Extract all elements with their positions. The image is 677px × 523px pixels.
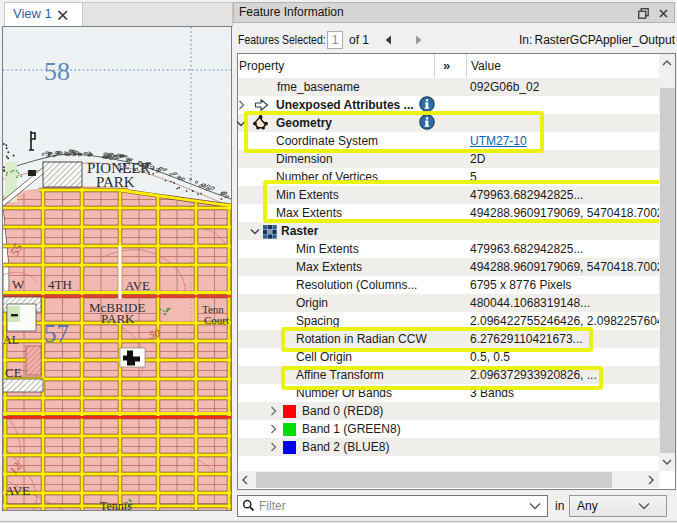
- svg-text:57: 57: [44, 320, 69, 347]
- svg-text:AVE: AVE: [5, 483, 30, 498]
- svg-text:58: 58: [44, 57, 70, 86]
- svg-text:4TH: 4TH: [48, 277, 72, 292]
- svg-text:Tennis: Tennis: [100, 499, 132, 510]
- svg-text:CE: CE: [5, 365, 22, 380]
- svg-text:PARK: PARK: [101, 311, 135, 326]
- svg-text:AVE: AVE: [125, 278, 150, 293]
- svg-text:AL: AL: [3, 333, 19, 347]
- svg-text:PARK: PARK: [96, 174, 135, 190]
- svg-text:W: W: [12, 277, 25, 292]
- svg-text:Court: Court: [204, 314, 229, 326]
